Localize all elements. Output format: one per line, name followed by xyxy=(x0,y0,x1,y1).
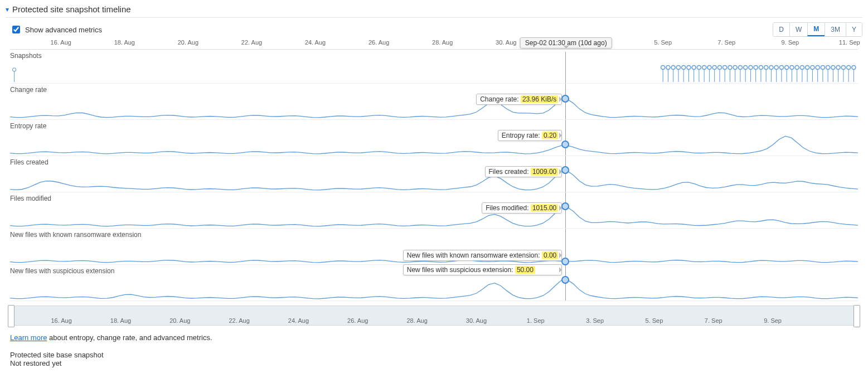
show-advanced-metrics-toggle[interactable]: Show advanced metrics xyxy=(10,24,102,35)
svg-point-17 xyxy=(702,66,706,70)
svg-point-39 xyxy=(759,66,763,70)
range-day[interactable]: D xyxy=(773,23,789,36)
nav-tick: 22. Aug xyxy=(229,317,249,324)
svg-point-33 xyxy=(744,66,748,70)
chart-row-files-modified[interactable]: Files modified: 1015.00 xyxy=(10,204,858,229)
chart-row-files-created[interactable]: Files created: 1009.00 xyxy=(10,167,858,192)
svg-point-51 xyxy=(790,66,794,70)
svg-point-3 xyxy=(666,66,670,70)
svg-point-65 xyxy=(826,66,830,70)
axis-tick: 20. Aug xyxy=(178,39,198,46)
svg-point-37 xyxy=(754,66,758,70)
row-label-entropy-rate: Entropy rate xyxy=(10,122,858,130)
marker-dot xyxy=(561,276,569,284)
svg-point-31 xyxy=(738,66,742,70)
svg-point-59 xyxy=(811,66,814,70)
flag-files-modified: Files modified: 1015.00 xyxy=(482,202,562,214)
chart-area[interactable]: Sep-02 01:30 am (10d ago) Snapshots Chan… xyxy=(10,52,858,301)
flag-susp-ext: New files with suspicious extension: 50.… xyxy=(403,264,562,275)
svg-point-73 xyxy=(847,66,851,70)
flag-entropy-rate: Entropy rate: 0.20 xyxy=(498,130,562,141)
chart-row-change-rate[interactable]: Change rate: 23.96 KiB/s xyxy=(10,95,858,120)
svg-point-9 xyxy=(682,66,686,70)
svg-point-67 xyxy=(831,66,835,70)
svg-point-69 xyxy=(836,66,840,70)
axis-tick: 26. Aug xyxy=(368,39,389,46)
marker-dot xyxy=(561,202,569,210)
learn-more-tail: about entropy, change rate, and advanced… xyxy=(47,333,212,342)
svg-point-63 xyxy=(821,66,825,70)
row-label-ransom-ext: New files with known ransomware extensio… xyxy=(10,231,858,239)
svg-point-21 xyxy=(712,66,716,70)
axis-tick: 9. Sep xyxy=(781,39,799,46)
nav-tick: 18. Aug xyxy=(110,317,131,324)
not-restored-label: Not restored yet xyxy=(10,359,858,367)
svg-point-11 xyxy=(687,66,691,70)
flag-files-created: Files created: 1009.00 xyxy=(485,166,562,177)
axis-tick: 30. Aug xyxy=(496,39,516,46)
row-label-snapshots: Snapshots xyxy=(10,52,858,60)
chart-row-ransom-ext[interactable]: New files with known ransomware extensio… xyxy=(10,240,858,265)
section-header: ▾ Protected site snapshot timeline xyxy=(6,4,862,18)
timeline-axis-top: 16. Aug18. Aug20. Aug22. Aug24. Aug26. A… xyxy=(10,39,858,50)
svg-point-19 xyxy=(707,66,711,70)
section-title: Protected site snapshot timeline xyxy=(12,4,131,14)
range-year[interactable]: Y xyxy=(846,23,862,36)
nav-tick: 28. Aug xyxy=(406,317,427,324)
svg-point-15 xyxy=(697,66,701,70)
svg-point-25 xyxy=(723,66,727,70)
svg-point-29 xyxy=(733,66,737,70)
axis-tick: 24. Aug xyxy=(305,39,326,46)
svg-point-23 xyxy=(717,66,721,70)
svg-point-27 xyxy=(728,66,732,70)
svg-point-5 xyxy=(671,66,675,70)
nav-tick: 16. Aug xyxy=(51,317,71,324)
svg-point-57 xyxy=(806,66,809,70)
nav-tick: 26. Aug xyxy=(347,317,368,324)
nav-handle-right[interactable] xyxy=(854,305,860,327)
svg-point-7 xyxy=(676,66,680,70)
nav-tick: 3. Sep xyxy=(586,317,604,324)
nav-tick: 9. Sep xyxy=(764,317,782,324)
nav-tick: 20. Aug xyxy=(169,317,190,324)
base-snapshot-label: Protected site base snapshot xyxy=(10,351,858,359)
marker-dot xyxy=(561,258,569,265)
flag-change-rate: Change rate: 23.96 KiB/s xyxy=(476,94,562,105)
svg-point-75 xyxy=(852,66,856,70)
axis-tick: 11. Sep xyxy=(839,39,860,46)
axis-tick: 22. Aug xyxy=(241,39,262,46)
axis-tick: 28. Aug xyxy=(432,39,453,46)
nav-tick: 5. Sep xyxy=(646,317,663,324)
svg-point-41 xyxy=(764,66,768,70)
svg-point-55 xyxy=(800,66,804,70)
footer: Learn more about entropy, change rate, a… xyxy=(10,333,858,367)
range-week[interactable]: W xyxy=(789,23,807,36)
svg-point-47 xyxy=(779,66,783,70)
axis-tick: 7. Sep xyxy=(717,39,735,46)
range-month[interactable]: M xyxy=(807,23,825,36)
nav-tick: 7. Sep xyxy=(705,317,722,324)
marker-dot xyxy=(561,95,569,103)
svg-point-61 xyxy=(816,66,819,70)
flag-ransom-ext: New files with known ransomware extensio… xyxy=(403,250,562,261)
show-advanced-checkbox[interactable] xyxy=(12,26,20,33)
collapse-icon[interactable]: ▾ xyxy=(6,6,9,13)
axis-tick: 5. Sep xyxy=(654,39,672,46)
svg-point-77 xyxy=(13,68,16,71)
timeline-navigator[interactable]: 16. Aug18. Aug20. Aug22. Aug24. Aug26. A… xyxy=(10,306,858,326)
marker-dot xyxy=(561,166,569,174)
chart-row-susp-ext[interactable] xyxy=(10,276,858,301)
svg-point-53 xyxy=(795,66,799,70)
chart-row-entropy-rate[interactable]: Entropy rate: 0.20 xyxy=(10,131,858,156)
svg-point-45 xyxy=(774,66,778,70)
svg-point-13 xyxy=(692,66,696,70)
row-label-files-created: Files created xyxy=(10,158,858,166)
chart-row-snapshots[interactable] xyxy=(10,61,858,84)
svg-point-49 xyxy=(785,66,789,70)
svg-point-43 xyxy=(769,66,773,70)
range-3month[interactable]: 3M xyxy=(825,23,846,36)
svg-point-1 xyxy=(661,66,665,70)
learn-more-link[interactable]: Learn more xyxy=(10,333,47,342)
svg-point-71 xyxy=(841,66,845,70)
show-advanced-label: Show advanced metrics xyxy=(25,26,102,34)
